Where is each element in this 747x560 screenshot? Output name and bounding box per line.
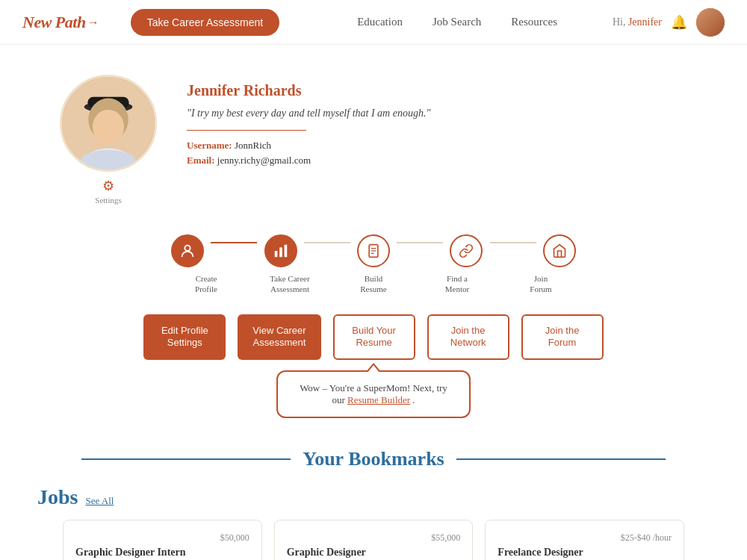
- progress-track: [164, 234, 583, 267]
- step-circle-join-forum: [543, 234, 576, 267]
- nav-resources[interactable]: Resources: [511, 16, 557, 28]
- document-icon: [366, 243, 381, 258]
- settings-label: Settings: [95, 196, 121, 205]
- logo-text: New Path: [22, 13, 86, 32]
- step-circle-build-resume: [357, 234, 390, 267]
- view-career-assessment-button[interactable]: View CareerAssessment: [238, 314, 320, 361]
- bookmarks-line-right: [456, 458, 666, 460]
- svg-point-6: [185, 246, 190, 251]
- profile-username: Username: JonnRich: [187, 140, 687, 152]
- step-label-find-mentor: Find aMentor: [415, 273, 499, 295]
- action-buttons: Edit ProfileSettings View CareerAssessme…: [143, 314, 603, 361]
- avatar-image: [696, 8, 725, 37]
- svg-rect-8: [279, 247, 282, 257]
- main-content: ⚙ Settings Jennifer Richards "I try my b…: [0, 45, 747, 560]
- step-create-profile: [164, 234, 211, 267]
- bookmarks-line-left: [81, 458, 291, 460]
- header-right: Hi, Jennifer 🔔: [613, 8, 725, 37]
- join-network-button[interactable]: Join theNetwork: [427, 314, 509, 361]
- profile-section: ⚙ Settings Jennifer Richards "I try my b…: [0, 45, 747, 220]
- step-join-forum: [536, 234, 583, 267]
- take-assessment-button[interactable]: Take Career Assessment: [131, 9, 280, 36]
- step-label-create-profile: CreateProfile: [164, 273, 248, 295]
- profile-name: Jennifer Richards: [187, 82, 687, 99]
- header: New Path → Take Career Assessment Educat…: [0, 0, 747, 45]
- settings-area[interactable]: ⚙ Settings: [95, 178, 121, 205]
- step-career-assessment: [257, 234, 303, 267]
- nav-education[interactable]: Education: [357, 16, 403, 28]
- job-title-1: Graphic Designer Intern: [75, 547, 249, 559]
- jobs-header: Jobs See All: [37, 485, 710, 509]
- see-all-jobs-link[interactable]: See All: [85, 495, 114, 507]
- callout-bubble: Wow – You're a SuperMom! Next, try our R…: [276, 370, 471, 418]
- step-label-build-resume: BuildResume: [332, 273, 415, 295]
- svg-rect-9: [284, 245, 287, 258]
- svg-point-4: [93, 110, 124, 144]
- nav-job-search[interactable]: Job Search: [433, 16, 481, 28]
- line-3: [397, 242, 443, 243]
- step-find-mentor: [443, 234, 489, 267]
- job-salary-1: $50,000: [75, 532, 249, 544]
- profile-quote: "I try my best every day and tell myself…: [187, 105, 687, 121]
- svg-rect-7: [274, 251, 277, 257]
- line-2: [304, 242, 350, 243]
- person-icon: [179, 243, 196, 259]
- job-title-3: Freelance Designer: [498, 547, 672, 559]
- avatar[interactable]: [696, 8, 725, 37]
- edit-profile-button[interactable]: Edit ProfileSettings: [143, 314, 226, 361]
- profile-left: ⚙ Settings: [60, 75, 157, 205]
- progress-section: CreateProfile Take CareerAssessment Buil…: [0, 220, 747, 433]
- bookmarks-section: Your Bookmarks Jobs See All ❮ $50,000 Gr…: [0, 433, 747, 560]
- build-resume-button[interactable]: Build YourResume: [333, 314, 415, 361]
- line-1: [211, 242, 257, 243]
- main-nav: Education Job Search Resources: [302, 16, 613, 28]
- step-circle-career-assessment: [264, 234, 297, 267]
- logo[interactable]: New Path →: [22, 13, 101, 32]
- logo-arrow: →: [87, 16, 99, 29]
- line-4: [490, 242, 536, 243]
- bookmarks-title: Your Bookmarks: [303, 448, 444, 470]
- jobs-title: Jobs: [37, 485, 78, 509]
- profile-photo: [60, 75, 157, 172]
- greeting-text: Hi, Jennifer: [613, 16, 662, 28]
- job-card-2: $55,000 Graphic Designer US Weekly New Y…: [274, 520, 474, 560]
- join-forum-button[interactable]: Join theForum: [521, 314, 604, 361]
- bookmarks-header: Your Bookmarks: [30, 448, 717, 470]
- notification-bell-icon[interactable]: 🔔: [671, 14, 687, 31]
- resume-builder-link[interactable]: Resume Builder: [347, 394, 410, 405]
- home-icon: [552, 243, 567, 258]
- step-build-resume: [350, 234, 397, 267]
- profile-info: Jennifer Richards "I try my best every d…: [187, 75, 687, 169]
- callout-text-after: .: [412, 394, 415, 405]
- step-label-join-forum: JoinForum: [499, 273, 583, 295]
- job-cards: $50,000 Graphic Designer Intern RYDE Cyc…: [63, 520, 684, 560]
- step-circle-find-mentor: [450, 234, 483, 267]
- job-card-3: $25-$40 /hour Freelance Designer Snaplis…: [485, 520, 684, 560]
- link-icon: [459, 243, 474, 258]
- profile-svg: [62, 77, 155, 169]
- profile-email: Email: jenny.richy@gmail.com: [187, 155, 687, 167]
- job-salary-3: $25-$40 /hour: [498, 532, 672, 544]
- jobs-section: Jobs See All ❮ $50,000 Graphic Designer …: [30, 485, 717, 560]
- step-label-career-assessment: Take CareerAssessment: [248, 273, 332, 295]
- step-circle-create-profile: [171, 234, 204, 267]
- job-title-2: Graphic Designer: [287, 547, 461, 559]
- chart-icon: [273, 243, 289, 259]
- job-card-1: $50,000 Graphic Designer Intern RYDE Cyc…: [63, 520, 262, 560]
- profile-divider: [187, 130, 306, 131]
- job-cards-wrapper: ❮ $50,000 Graphic Designer Intern RYDE C…: [37, 520, 710, 560]
- job-salary-2: $55,000: [287, 532, 461, 544]
- settings-gear-icon: ⚙: [102, 178, 114, 194]
